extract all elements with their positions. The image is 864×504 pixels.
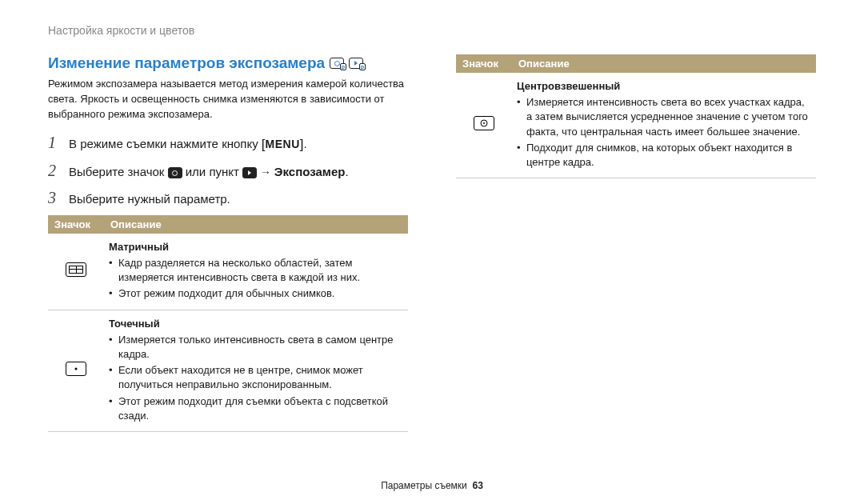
bullet-item: Измеряется интенсивность света во всех у… [517, 95, 811, 139]
intro-paragraph: Режимом экспозамера называется метод изм… [48, 77, 408, 122]
metering-table-left: Значок Описание Матричный Кадр разделяет… [48, 215, 408, 432]
bullet-item: Кадр разделяется на несколько областей, … [109, 256, 403, 285]
video-icon-dark [242, 167, 257, 178]
desc-cell: Точечный Измеряется только интенсивность… [104, 310, 408, 431]
bullet-item: Если объект находится не в центре, снимо… [109, 363, 403, 392]
bullet-item: Этот режим подходит для обычных снимков. [109, 286, 403, 301]
step-text: В режиме съемки нажмите кнопку [MENU]. [69, 135, 307, 154]
camera-mode-icon: p [330, 58, 344, 69]
step-2: 2 Выберите значок или пункт → Экспозамер… [48, 162, 408, 181]
breadcrumb: Настройка яркости и цветов [48, 24, 816, 37]
video-mode-icon: p [349, 58, 363, 69]
bullet-item: Измеряется только интенсивность света в … [109, 333, 403, 362]
two-column-layout: Изменение параметров экспозамера p p Реж… [48, 54, 816, 432]
table-header: Значок Описание [48, 215, 408, 234]
right-column: Значок Описание Центровзвешенный Измеряе… [456, 54, 816, 432]
steps-list: 1 В режиме съемки нажмите кнопку [MENU].… [48, 134, 408, 207]
page-footer: Параметры съемки 63 [0, 480, 864, 491]
bullet-list: Измеряется только интенсивность света в … [109, 333, 403, 423]
step-1: 1 В режиме съемки нажмите кнопку [MENU]. [48, 134, 408, 154]
mode-title: Матричный [109, 240, 403, 254]
step-number: 2 [48, 162, 61, 180]
arrow-icon: → [257, 166, 274, 178]
table-header: Значок Описание [456, 54, 816, 73]
step-2-mid: или пункт [182, 165, 243, 178]
metering-table-right: Значок Описание Центровзвешенный Измеряе… [456, 54, 816, 178]
mode-title: Точечный [109, 317, 403, 331]
bullet-item: Подходит для снимков, на которых объект … [517, 141, 811, 170]
icon-cell [48, 234, 104, 310]
table-row: Матричный Кадр разделяется на несколько … [48, 234, 408, 310]
menu-button-label: MENU [266, 137, 300, 153]
desc-cell: Центровзвешенный Измеряется интенсивност… [512, 73, 816, 178]
table-row: Точечный Измеряется только интенсивность… [48, 310, 408, 431]
bullet-list: Кадр разделяется на несколько областей, … [109, 256, 403, 302]
step-number: 3 [48, 189, 61, 207]
section-title-text: Изменение параметров экспозамера [48, 54, 325, 72]
desc-cell: Матричный Кадр разделяется на несколько … [104, 234, 408, 310]
section-title: Изменение параметров экспозамера p p [48, 54, 363, 72]
icon-cell [48, 310, 104, 431]
center-weighted-icon [474, 116, 494, 130]
header-icon: Значок [48, 215, 104, 234]
step-2-pre: Выберите значок [69, 165, 168, 178]
step-number: 1 [48, 134, 61, 152]
step-2-target: Экспозамер [274, 165, 346, 178]
step-3: 3 Выберите нужный параметр. [48, 189, 408, 207]
mode-title: Центровзвешенный [517, 79, 811, 94]
step-text: Выберите нужный параметр. [69, 190, 230, 207]
bullet-item: Этот режим подходит для съемки объекта с… [109, 394, 403, 423]
step-1-suffix: . [304, 137, 307, 150]
header-icon: Значок [456, 54, 512, 73]
camera-icon-dark [168, 167, 182, 178]
table-row: Центровзвешенный Измеряется интенсивност… [456, 73, 816, 178]
spot-icon [66, 362, 86, 376]
step-text: Выберите значок или пункт → Экспозамер. [69, 163, 349, 181]
left-column: Изменение параметров экспозамера p p Реж… [48, 54, 408, 432]
page-number: 63 [473, 480, 483, 491]
footer-label: Параметры съемки [381, 480, 467, 491]
matrix-icon [66, 262, 86, 277]
icon-cell [456, 73, 512, 178]
header-desc: Описание [104, 215, 408, 234]
step-2-dot: . [345, 165, 348, 178]
header-desc: Описание [512, 54, 816, 73]
bullet-list: Измеряется интенсивность света во всех у… [517, 95, 811, 170]
step-1-prefix: В режиме съемки нажмите кнопку [69, 137, 262, 150]
